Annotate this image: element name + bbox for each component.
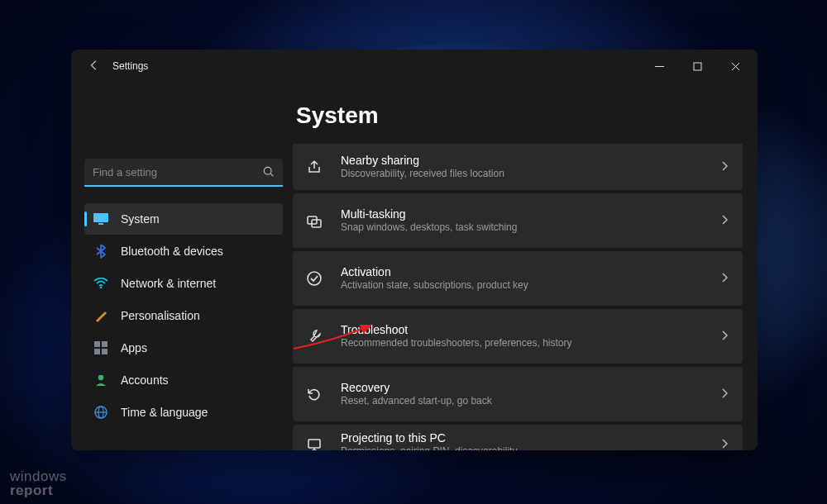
wrench-icon [304, 326, 324, 346]
setting-subtitle: Permissions, pairing PIN, discoverabilit… [341, 445, 721, 450]
sidebar-item-label: Accounts [121, 373, 169, 387]
sidebar-item-network-internet[interactable]: Network & internet [84, 268, 283, 299]
page-title: System [293, 83, 743, 144]
settings-list: Nearby sharing Discoverability, received… [293, 144, 743, 450]
chevron-right-icon [721, 273, 728, 285]
display-icon [93, 211, 109, 227]
svg-rect-7 [94, 341, 100, 347]
sidebar-item-apps[interactable]: Apps [84, 332, 283, 364]
chevron-right-icon [721, 439, 728, 451]
setting-row-recovery[interactable]: Recovery Reset, advanced start-up, go ba… [293, 367, 743, 421]
titlebar: Settings [71, 50, 758, 83]
chevron-right-icon [721, 388, 728, 401]
svg-point-17 [308, 272, 321, 285]
setting-subtitle: Activation state, subscriptions, product… [341, 279, 721, 292]
nav-list: SystemBluetooth & devicesNetwork & inter… [84, 203, 283, 450]
grid-icon [93, 340, 109, 356]
sidebar-item-accounts[interactable]: Accounts [84, 364, 283, 396]
svg-rect-18 [308, 440, 320, 448]
person-icon [93, 372, 109, 388]
back-button[interactable] [83, 59, 106, 74]
setting-row-activation[interactable]: Activation Activation state, subscriptio… [293, 251, 743, 306]
check-icon [304, 269, 324, 288]
project-icon [304, 435, 324, 450]
svg-point-2 [264, 167, 271, 174]
recovery-icon [304, 384, 324, 404]
sidebar-item-label: Time & language [121, 406, 208, 419]
sidebar-item-time-language[interactable]: Time & language [84, 397, 283, 428]
setting-row-multi-tasking[interactable]: Multi-tasking Snap windows, desktops, ta… [293, 193, 743, 248]
search-icon [263, 166, 275, 180]
svg-line-3 [270, 174, 273, 176]
maximize-button[interactable] [678, 50, 716, 83]
setting-subtitle: Recommended troubleshooters, preferences… [341, 337, 721, 350]
sidebar: SystemBluetooth & devicesNetwork & inter… [71, 83, 293, 450]
minimize-button[interactable] [640, 50, 678, 83]
chevron-right-icon [721, 215, 728, 227]
setting-row-troubleshoot[interactable]: Troubleshoot Recommended troubleshooters… [293, 309, 743, 364]
setting-subtitle: Snap windows, desktops, task switching [341, 221, 721, 235]
watermark-logo: windows report [10, 469, 67, 497]
setting-title: Recovery [341, 380, 721, 395]
sidebar-item-system[interactable]: System [84, 203, 283, 235]
svg-rect-5 [98, 223, 103, 225]
share-icon [304, 157, 324, 177]
window-title: Settings [112, 60, 148, 72]
svg-point-11 [98, 375, 103, 380]
svg-rect-4 [93, 213, 108, 222]
close-button[interactable] [716, 50, 754, 83]
sidebar-item-personalisation[interactable]: Personalisation [84, 300, 283, 331]
svg-point-6 [100, 287, 103, 289]
bluetooth-icon [93, 243, 109, 259]
sidebar-item-label: Network & internet [121, 277, 216, 290]
svg-rect-1 [694, 63, 701, 70]
sidebar-item-label: Bluetooth & devices [121, 245, 223, 258]
wifi-icon [93, 275, 109, 292]
setting-subtitle: Discoverability, received files location [341, 168, 721, 181]
brush-icon [93, 307, 109, 324]
setting-title: Nearby sharing [341, 153, 721, 168]
svg-rect-10 [102, 349, 108, 354]
sidebar-item-label: Apps [121, 341, 147, 354]
setting-title: Troubleshoot [341, 322, 721, 337]
multitask-icon [304, 211, 324, 231]
setting-title: Multi-tasking [341, 207, 721, 221]
main-panel: System Nearby sharing Discoverability, r… [293, 83, 758, 450]
chevron-right-icon [721, 161, 728, 174]
setting-title: Activation [341, 264, 721, 279]
globe-icon [93, 404, 109, 421]
settings-window: Settings SystemBluetooth & devicesNetwor… [71, 50, 758, 450]
setting-row-nearby-sharing[interactable]: Nearby sharing Discoverability, received… [293, 144, 743, 190]
setting-subtitle: Reset, advanced start-up, go back [341, 395, 721, 408]
chevron-right-icon [721, 330, 728, 343]
svg-rect-9 [94, 349, 100, 354]
sidebar-item-label: System [121, 212, 160, 226]
svg-rect-8 [102, 341, 108, 347]
setting-row-projecting-to-this-pc[interactable]: Projecting to this PC Permissions, pairi… [293, 425, 743, 450]
setting-title: Projecting to this PC [341, 430, 721, 445]
sidebar-item-bluetooth-devices[interactable]: Bluetooth & devices [84, 235, 283, 267]
sidebar-item-label: Personalisation [121, 309, 200, 322]
search-input[interactable] [84, 159, 283, 187]
